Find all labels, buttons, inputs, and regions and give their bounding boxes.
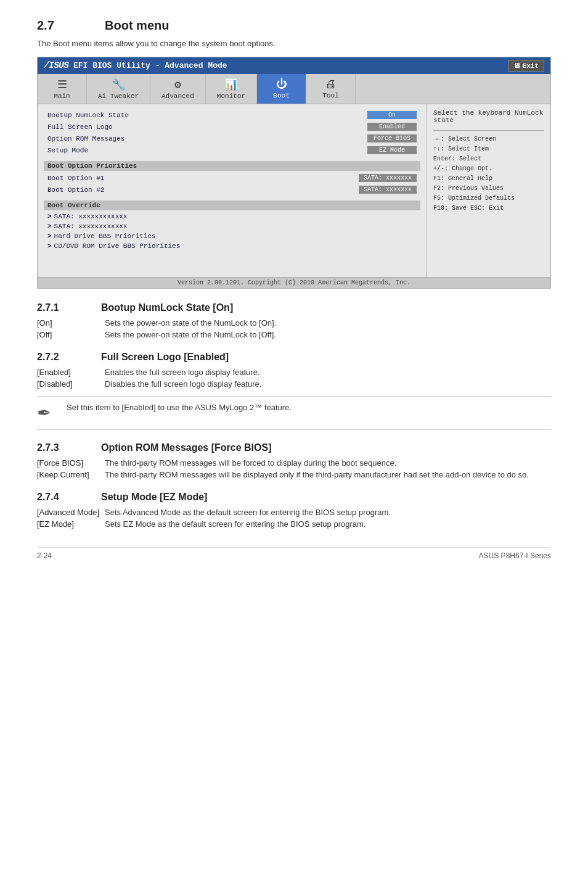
bios-row-boot-opt2[interactable]: Boot Option #2 SATA: xxxxxxx bbox=[44, 184, 420, 196]
note-icon: ✒ bbox=[37, 403, 59, 423]
option-rom-value[interactable]: Force BIOS bbox=[367, 134, 417, 142]
sub272-opt-enabled: [Enabled] bbox=[37, 368, 105, 377]
key-help-line-6: F2: Previous Values bbox=[433, 184, 544, 194]
boot-opt2-value[interactable]: SATA: xxxxxxx bbox=[359, 186, 417, 194]
subsection-273-heading: 2.7.3 Option ROM Messages [Force BIOS] bbox=[37, 442, 551, 453]
nav-monitor[interactable]: 📊 Monitor bbox=[206, 74, 257, 104]
sub271-option-off: [Off] Sets the power-on state of the Num… bbox=[37, 330, 551, 339]
nav-advanced[interactable]: ⚙ Advanced bbox=[150, 74, 206, 104]
asus-logo: /ISUS bbox=[44, 60, 68, 71]
bios-version-text: Version 2.00.1201. Copyright (C) 2010 Am… bbox=[178, 279, 410, 286]
sub272-desc-disabled: Disables the full screen logo display fe… bbox=[105, 379, 551, 389]
exit-label: Exit bbox=[523, 62, 539, 70]
sub274-number: 2.7.4 bbox=[37, 492, 86, 503]
subsection-271-heading: 2.7.1 Bootup NumLock State [On] bbox=[37, 302, 551, 313]
boot-opt1-label: Boot Option #1 bbox=[47, 175, 104, 182]
advanced-icon: ⚙ bbox=[174, 78, 181, 91]
nav-main-label: Main bbox=[54, 93, 70, 100]
key-help-line-1: →←: Select Screen bbox=[433, 134, 544, 144]
subsection-272-heading: 2.7.2 Full Screen Logo [Enabled] bbox=[37, 352, 551, 363]
sub274-desc-ez: Sets EZ Mode as the default screen for e… bbox=[105, 519, 551, 529]
sub273-opt-keep: [Keep Current] bbox=[37, 470, 105, 479]
nav-boot-label: Boot bbox=[273, 92, 289, 99]
bios-key-help: →←: Select Screen ↑↓: Select Item Enter:… bbox=[433, 130, 544, 213]
section-description: The Boot menu items allow you to change … bbox=[37, 39, 551, 48]
sub274-desc-advanced: Sets Advanced Mode as the default screen… bbox=[105, 508, 551, 517]
footer-product-name: ASUS P8H67-I Series bbox=[479, 551, 551, 560]
fullscreen-value[interactable]: Enabled bbox=[367, 123, 417, 131]
key-help-line-4: +/-: Change Opt. bbox=[433, 164, 544, 174]
nav-tool[interactable]: 🖨 Tool bbox=[306, 74, 356, 104]
sub271-desc-off: Sets the power-on state of the NumLock t… bbox=[105, 330, 551, 339]
boot-override-cdrom-label: CD/DVD ROM Drive BBS Priorities bbox=[54, 242, 181, 250]
bios-footer: Version 2.00.1201. Copyright (C) 2010 Am… bbox=[38, 277, 550, 288]
bios-row-boot-opt1[interactable]: Boot Option #1 SATA: xxxxxxx bbox=[44, 172, 420, 184]
boot-override-1[interactable]: > SATA: xxxxxxxxxxxx bbox=[44, 212, 420, 221]
subsection-272: 2.7.2 Full Screen Logo [Enabled] [Enable… bbox=[37, 352, 551, 430]
boot-option-priorities-header: Boot Option Priorities bbox=[44, 161, 420, 171]
numlock-label: Bootup NumLock State bbox=[47, 112, 129, 119]
section-number: 2.7 bbox=[37, 19, 86, 33]
key-help-line-8: F10: Save ESC: Exit bbox=[433, 204, 544, 213]
boot-override-2[interactable]: > SATA: xxxxxxxxxxxx bbox=[44, 221, 420, 231]
subsection-271: 2.7.1 Bootup NumLock State [On] [On] Set… bbox=[37, 302, 551, 339]
bios-row-option-rom[interactable]: Option ROM Messages Force BIOS bbox=[44, 133, 420, 144]
sub272-option-disabled: [Disabled] Disables the full screen logo… bbox=[37, 379, 551, 389]
sub271-option-on: [On] Sets the power-on state of the NumL… bbox=[37, 318, 551, 328]
sub271-title: Bootup NumLock State [On] bbox=[101, 302, 233, 313]
bios-context-help: Select the keyboard NumLock state bbox=[433, 109, 544, 124]
key-help-line-7: F5: Optimized Defaults bbox=[433, 194, 544, 204]
setup-mode-value[interactable]: EZ Mode bbox=[367, 146, 417, 154]
setup-mode-label: Setup Mode bbox=[47, 147, 88, 154]
numlock-value[interactable]: On bbox=[367, 111, 417, 119]
nav-main[interactable]: ☰ Main bbox=[38, 74, 87, 104]
sub271-opt-on: [On] bbox=[37, 318, 105, 328]
key-help-line-2: ↑↓: Select Item bbox=[433, 144, 544, 154]
arrow-icon-cdrom: > bbox=[47, 242, 52, 250]
bios-left-panel: Bootup NumLock State On Full Screen Logo… bbox=[38, 104, 427, 277]
tool-icon: 🖨 bbox=[325, 78, 337, 91]
monitor-icon: 📊 bbox=[224, 78, 238, 91]
nav-ai-tweaker-label: Ai Tweaker bbox=[98, 93, 139, 100]
nav-monitor-label: Monitor bbox=[217, 93, 245, 100]
page-footer: 2-24 ASUS P8H67-I Series bbox=[37, 547, 551, 560]
boot-override-header: Boot Override bbox=[44, 200, 420, 210]
subsection-274: 2.7.4 Setup Mode [EZ Mode] [Advanced Mod… bbox=[37, 492, 551, 529]
footer-page-number: 2-24 bbox=[37, 551, 52, 560]
bios-right-panel: Select the keyboard NumLock state →←: Se… bbox=[427, 104, 550, 277]
sub271-opt-off: [Off] bbox=[37, 330, 105, 339]
boot-override-hdd[interactable]: > Hard Drive BBS Priorities bbox=[44, 231, 420, 241]
boot-override-2-label: SATA: xxxxxxxxxxxx bbox=[54, 223, 128, 230]
bios-row-fullscreen[interactable]: Full Screen Logo Enabled bbox=[44, 121, 420, 133]
bios-row-numlock[interactable]: Bootup NumLock State On bbox=[44, 109, 420, 121]
sub274-option-ez: [EZ Mode] Sets EZ Mode as the default sc… bbox=[37, 519, 551, 529]
nav-boot[interactable]: ⏻ Boot bbox=[257, 74, 306, 104]
boot-opt2-label: Boot Option #2 bbox=[47, 186, 104, 194]
bios-navbar: ☰ Main 🔧 Ai Tweaker ⚙ Advanced 📊 Monitor… bbox=[38, 74, 550, 104]
arrow-icon-1: > bbox=[47, 213, 52, 220]
nav-ai-tweaker[interactable]: 🔧 Ai Tweaker bbox=[87, 74, 150, 104]
bios-content-area: Bootup NumLock State On Full Screen Logo… bbox=[38, 104, 550, 277]
arrow-icon-hdd: > bbox=[47, 233, 52, 240]
key-help-line-5: F1: General Help bbox=[433, 174, 544, 184]
exit-icon: 🖥 bbox=[513, 62, 520, 70]
sub274-option-advanced: [Advanced Mode] Sets Advanced Mode as th… bbox=[37, 508, 551, 517]
sub272-option-enabled: [Enabled] Enables the full screen logo d… bbox=[37, 368, 551, 377]
note-text-272: Set this item to [Enabled] to use the AS… bbox=[67, 403, 292, 412]
nav-tool-label: Tool bbox=[322, 92, 338, 99]
page-title: Boot menu bbox=[105, 19, 169, 33]
note-box-272: ✒ Set this item to [Enabled] to use the … bbox=[37, 396, 551, 430]
option-rom-label: Option ROM Messages bbox=[47, 135, 125, 142]
boot-override-cdrom[interactable]: > CD/DVD ROM Drive BBS Priorities bbox=[44, 241, 420, 251]
bios-header-title: /ISUS EFI BIOS Utility - Advanced Mode bbox=[44, 60, 227, 71]
bios-exit-button[interactable]: 🖥 Exit bbox=[508, 60, 544, 72]
sub273-title: Option ROM Messages [Force BIOS] bbox=[101, 442, 271, 453]
bios-row-setup-mode[interactable]: Setup Mode EZ Mode bbox=[44, 144, 420, 156]
sub273-option-force: [Force BIOS] The third-party ROM message… bbox=[37, 458, 551, 468]
boot-override-1-label: SATA: xxxxxxxxxxxx bbox=[54, 213, 128, 220]
sub273-option-keep: [Keep Current] The third-party ROM messa… bbox=[37, 470, 551, 479]
boot-opt1-value[interactable]: SATA: xxxxxxx bbox=[359, 174, 417, 182]
sub274-opt-ez: [EZ Mode] bbox=[37, 519, 105, 529]
arrow-icon-2: > bbox=[47, 223, 52, 230]
key-help-line-3: Enter: Select bbox=[433, 154, 544, 164]
